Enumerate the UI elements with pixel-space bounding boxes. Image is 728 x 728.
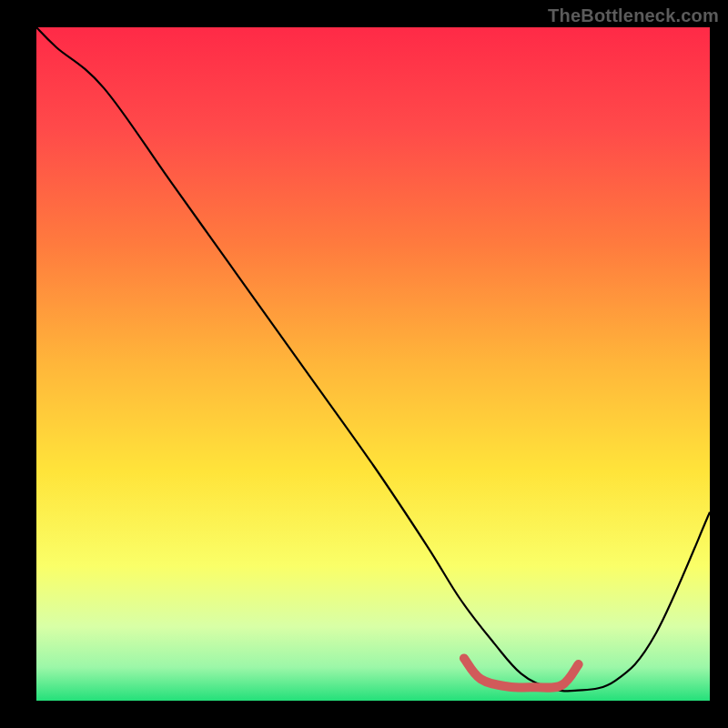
chart-container: TheBottleneck.com — [0, 0, 728, 728]
bottleneck-chart — [0, 0, 728, 728]
watermark-text: TheBottleneck.com — [548, 5, 719, 26]
plot-background — [36, 27, 710, 701]
